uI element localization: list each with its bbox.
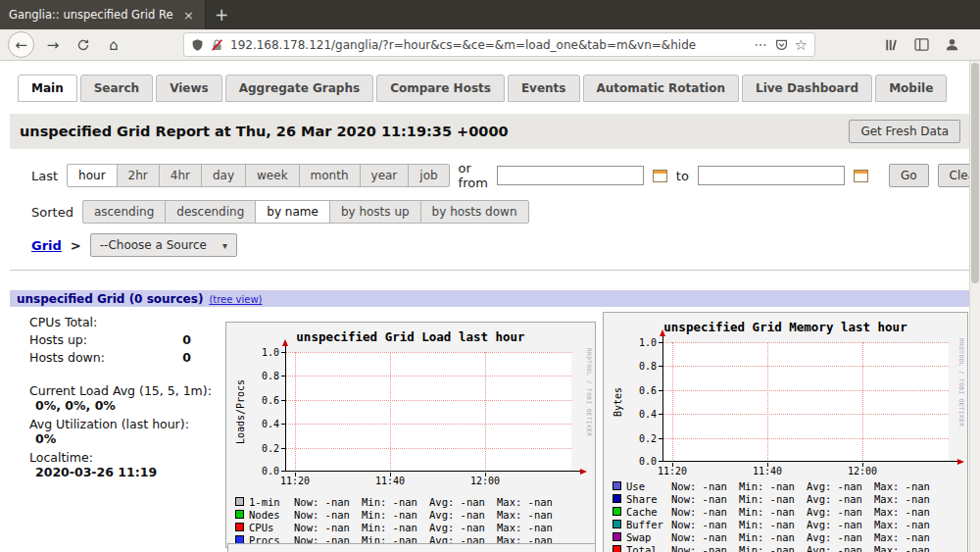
range-4hr-button[interactable]: 4hr [159, 164, 202, 187]
get-fresh-data-button[interactable]: Get Fresh Data [849, 120, 960, 143]
page-content: Main Search Views Aggregate Graphs Compa… [0, 61, 980, 552]
rrdtool-watermark: RRDTOOL / TOBI OETIKER [586, 348, 593, 436]
tab-live-dashboard[interactable]: Live Dashboard [742, 75, 872, 102]
page-scrollbar[interactable] [969, 61, 980, 552]
browser-tab[interactable]: Ganglia:: unspecified Grid Re × [0, 0, 206, 29]
forward-button[interactable]: → [41, 33, 65, 57]
tab-search[interactable]: Search [80, 75, 153, 102]
range-2hr-button[interactable]: 2hr [117, 164, 160, 187]
x-tick-label: 11:40 [753, 466, 782, 477]
time-range-controls: Last hour 2hr 4hr day week month year jo… [10, 161, 970, 190]
legend-swatch [612, 532, 621, 541]
x-axis-arrow [957, 459, 964, 465]
pocket-icon[interactable] [775, 38, 788, 51]
x-axis [662, 461, 957, 462]
x-axis-arrow [580, 469, 587, 475]
account-icon[interactable] [940, 33, 963, 57]
legend-swatch [612, 545, 621, 552]
y-axis [662, 335, 663, 462]
x-tick-label: 11:20 [280, 476, 310, 486]
y-tick-label: 0.4 [639, 409, 657, 420]
range-year-button[interactable]: year [360, 164, 410, 187]
tab-close-icon[interactable]: × [181, 8, 196, 23]
plot-area [662, 342, 949, 462]
range-button-group: hour 2hr 4hr day week month year job [67, 164, 450, 187]
memory-graph-panel[interactable]: unspecified Grid Memory last hour RRDTOO… [603, 312, 968, 552]
sidebar-icon[interactable] [909, 33, 933, 57]
x-tick-labels: 11:20 11:40 12:00 [662, 466, 956, 477]
tab-compare-hosts[interactable]: Compare Hosts [376, 75, 505, 102]
tab-mobile[interactable]: Mobile [875, 75, 947, 102]
sort-ascending-button[interactable]: ascending [82, 200, 166, 224]
sort-by-name-button[interactable]: by name [255, 200, 330, 224]
tab-events[interactable]: Events [508, 75, 580, 102]
y-axis [285, 345, 286, 472]
range-job-button[interactable]: job [408, 164, 449, 187]
go-button[interactable]: Go [889, 164, 929, 187]
localtime-value: 2020-03-26 11:19 [29, 465, 225, 479]
scrollbar-thumb[interactable] [971, 63, 979, 283]
legend-row: Swap Now: -nan Min: -nan Avg: -nan Max: … [612, 530, 964, 543]
load-avg-value: 0%, 0%, 0% [29, 398, 225, 413]
home-button[interactable]: ⌂ [102, 33, 125, 57]
y-tick-label: 0.6 [639, 385, 657, 396]
y-tick-label: 1.0 [262, 347, 279, 358]
legend-row: CPUs Now: -nan Min: -nan Avg: -nan Max: … [235, 521, 592, 533]
tree-view-link[interactable]: (tree view) [209, 294, 262, 305]
y-tick-label: 0.2 [262, 443, 279, 454]
sort-by-hosts-up-button[interactable]: by hosts up [329, 200, 421, 224]
y-tick-label: 0.2 [639, 433, 657, 444]
sort-button-group: ascending descending by name by hosts up… [82, 200, 529, 224]
source-row: Grid > --Choose a Source ▾ [10, 233, 970, 257]
grid-overview: CPUs Total: Hosts up: 0 Hosts down: 0 Cu… [10, 312, 970, 552]
range-week-button[interactable]: week [245, 164, 300, 187]
library-icon[interactable] [879, 33, 903, 57]
grid-link[interactable]: Grid [31, 238, 62, 253]
last-label: Last [31, 169, 58, 183]
bookmark-star-icon[interactable]: ☆ [795, 36, 808, 54]
y-tick-label: 0.0 [639, 456, 657, 467]
new-tab-button[interactable]: + [206, 0, 237, 29]
x-axis [285, 471, 580, 472]
tab-automatic-rotation[interactable]: Automatic Rotation [583, 75, 740, 102]
browser-tab-title: Ganglia:: unspecified Grid Re [9, 8, 175, 22]
range-hour-button[interactable]: hour [67, 164, 118, 187]
y-tick-labels: 1.0 0.8 0.6 0.4 0.2 0.0 [250, 347, 281, 477]
calendar-to-icon[interactable] [854, 170, 868, 182]
url-bar[interactable]: 192.168.178.121/ganglia/?r=hour&cs=&ce=&… [183, 32, 815, 57]
y-tick-label: 0.8 [262, 371, 279, 381]
legend-swatch [612, 494, 621, 503]
reload-button[interactable] [72, 33, 95, 57]
tracking-shield-icon[interactable] [191, 38, 204, 52]
page-actions-icon[interactable]: ⋯ [755, 37, 768, 52]
load-avg-label: Current Load Avg (15, 5, 1m): [29, 383, 225, 398]
y-tick-label: 0.0 [262, 466, 279, 477]
plot-area [285, 352, 571, 472]
insecure-lock-icon[interactable] [211, 38, 223, 52]
source-dropdown[interactable]: --Choose a Source ▾ [90, 233, 237, 257]
divider [10, 270, 970, 271]
graph-legend: Use Now: -nan Min: -nan Avg: -nan Max: -… [612, 479, 964, 552]
or-from-label: or from [459, 161, 488, 190]
back-button[interactable]: ← [8, 31, 34, 58]
tab-views[interactable]: Views [156, 75, 222, 102]
to-date-input[interactable] [698, 166, 845, 185]
y-tick-labels: 1.0 0.8 0.6 0.4 0.2 0.0 [627, 337, 659, 467]
legend-swatch [235, 523, 244, 531]
sort-by-hosts-down-button[interactable]: by hosts down [420, 200, 529, 224]
sort-descending-button[interactable]: descending [165, 200, 256, 224]
browser-toolbar: ← → ⌂ 192.168.178.121/ganglia/?r=hour&cs… [0, 29, 980, 61]
x-tick-label: 11:40 [375, 476, 405, 486]
hosts-down-value: 0 [182, 349, 191, 367]
tab-main[interactable]: Main [18, 75, 77, 102]
y-tick-label: 0.6 [262, 395, 279, 406]
from-date-input[interactable] [497, 166, 644, 185]
range-day-button[interactable]: day [201, 164, 246, 187]
range-month-button[interactable]: month [299, 164, 361, 187]
legend-row: Share Now: -nan Min: -nan Avg: -nan Max:… [612, 492, 964, 505]
next-graph-panel-partial [227, 543, 596, 552]
tab-aggregate-graphs[interactable]: Aggregate Graphs [225, 75, 373, 102]
load-graph-panel[interactable]: unspecified Grid Load last hour RRDTOOL … [225, 322, 596, 548]
calendar-from-icon[interactable] [653, 170, 667, 182]
to-label: to [676, 169, 689, 183]
